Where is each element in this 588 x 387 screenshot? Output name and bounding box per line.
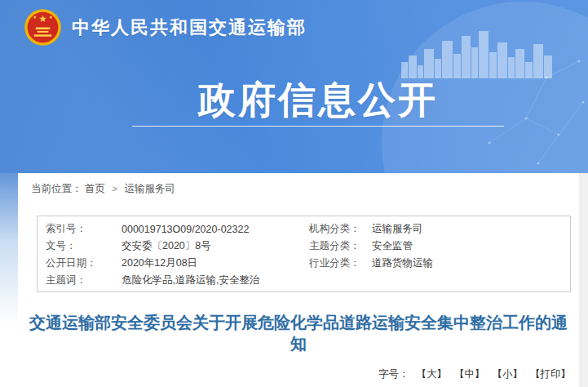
- meta-label-org-category: 机构分类：: [309, 222, 372, 236]
- meta-value-doc-no: 交安委〔2020〕8号: [122, 239, 309, 253]
- svg-text:★: ★: [49, 15, 53, 20]
- page: ★ ★ ★ 中华人民共和国交通运输部 政府信息公开 当前位置： 首页 > 运输服…: [0, 0, 588, 387]
- document-metadata-table: 索引号： 000019713O09/2020-02322 机构分类： 运输服务司…: [37, 216, 571, 292]
- page-title: 政府信息公开: [132, 79, 504, 122]
- meta-value-publish-date: 2020年12月08日: [122, 256, 309, 270]
- meta-label-industry-category: 行业分类：: [309, 256, 372, 270]
- print-button[interactable]: 【打印】: [530, 367, 571, 381]
- title-underline-divider: [132, 126, 504, 127]
- font-size-medium-button[interactable]: 【中】: [454, 367, 485, 381]
- font-size-small-button[interactable]: 【小】: [493, 367, 524, 381]
- meta-value-keywords: 危险化学品,道路运输,安全整治: [122, 274, 309, 287]
- breadcrumb-link-department[interactable]: 运输服务司: [124, 183, 175, 194]
- content-panel: 当前位置： 首页 > 运输服务司 索引号： 000019713O09/2020-…: [18, 173, 579, 387]
- meta-label-index-no: 索引号：: [46, 222, 122, 236]
- meta-label-topic-category: 主题分类：: [309, 239, 372, 253]
- meta-value-org-category: 运输服务司: [372, 222, 570, 236]
- banner-title-block: 政府信息公开: [132, 79, 504, 127]
- site-brand: ★ ★ ★ 中华人民共和国交通运输部: [24, 8, 307, 47]
- meta-value-topic-category: 安全监管: [372, 239, 570, 253]
- svg-text:★: ★: [33, 15, 37, 20]
- meta-label-keywords: 主题词：: [46, 274, 122, 287]
- meta-value-industry-category: 道路货物运输: [372, 256, 570, 270]
- breadcrumb-separator: >: [112, 184, 117, 194]
- font-size-toolbar: 字号： 【大】 【中】 【小】 【打印】: [378, 367, 571, 381]
- left-background-fade: [0, 173, 18, 324]
- meta-value-index-no: 000019713O09/2020-02322: [122, 224, 309, 235]
- right-gutter: [579, 173, 588, 387]
- national-emblem-icon: ★ ★ ★: [24, 8, 62, 47]
- breadcrumb: 当前位置： 首页 > 运输服务司: [31, 181, 175, 196]
- font-size-large-button[interactable]: 【大】: [417, 367, 448, 381]
- font-size-label: 字号：: [378, 367, 409, 381]
- breadcrumb-label: 当前位置：: [31, 183, 82, 194]
- svg-text:★: ★: [38, 13, 47, 24]
- breadcrumb-link-home[interactable]: 首页: [85, 183, 105, 194]
- top-banner: ★ ★ ★ 中华人民共和国交通运输部 政府信息公开: [0, 0, 588, 173]
- meta-label-doc-no: 文号：: [46, 239, 122, 253]
- site-name[interactable]: 中华人民共和国交通运输部: [72, 8, 307, 47]
- meta-label-publish-date: 公开日期：: [46, 256, 122, 270]
- article-title: 交通运输部安全委员会关于开展危险化学品道路运输安全集中整治工作的通知: [26, 312, 571, 354]
